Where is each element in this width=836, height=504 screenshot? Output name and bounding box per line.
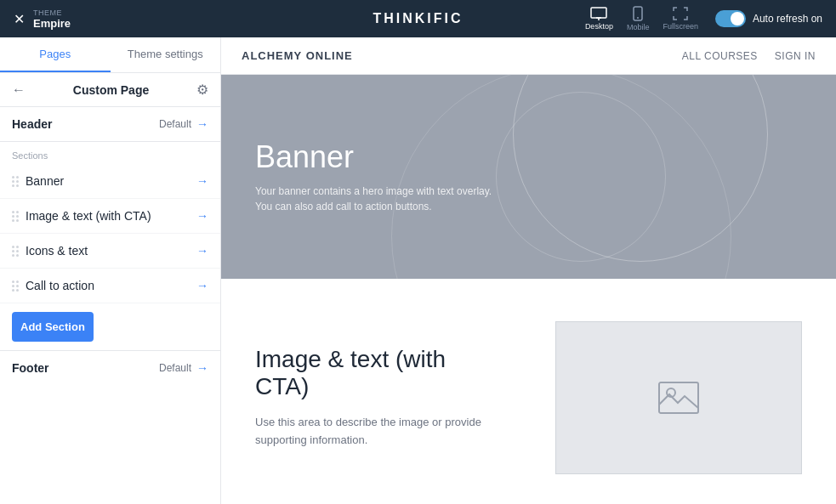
main-layout: Pages Theme settings ← Custom Page ⚙ Hea…: [0, 37, 836, 504]
header-default-badge: Default: [159, 118, 191, 130]
close-button[interactable]: ✕: [14, 11, 25, 27]
drag-handle-icon: [12, 211, 19, 222]
fullscreen-icon[interactable]: Fullscreen: [663, 7, 698, 31]
section-call-to-action[interactable]: Call to action →: [0, 269, 220, 303]
section-image-text-arrow: →: [196, 209, 208, 223]
image-text-title: Image & text (with CTA): [255, 346, 504, 400]
auto-refresh-toggle[interactable]: [715, 10, 746, 27]
svg-point-4: [637, 17, 639, 19]
desktop-label: Desktop: [585, 22, 613, 31]
nav-all-courses: ALL COURSES: [682, 50, 758, 62]
image-text-content: Image & text (with CTA) Use this area to…: [255, 346, 504, 450]
section-cta-left: Call to action: [12, 279, 94, 292]
preview-area: ALCHEMY ONLINE ALL COURSES SIGN IN Banne…: [221, 37, 836, 504]
image-placeholder-icon: [657, 381, 700, 415]
footer-section-item[interactable]: Footer Default →: [0, 350, 220, 385]
section-banner-label: Banner: [26, 174, 64, 188]
banner-description: Your banner contains a hero image with t…: [255, 184, 510, 214]
sidebar-content: ← Custom Page ⚙ Header Default → Section…: [0, 73, 220, 504]
banner-content: Banner Your banner contains a hero image…: [255, 139, 510, 214]
preview-site-header: ALCHEMY ONLINE ALL COURSES SIGN IN: [221, 37, 836, 75]
section-icons-text-arrow: →: [196, 244, 208, 258]
drag-handle-icon: [12, 176, 19, 187]
mobile-icon[interactable]: Mobile: [627, 6, 650, 31]
sections-label: Sections: [0, 142, 220, 164]
theme-info: THEME Empire: [33, 8, 71, 30]
footer-default-badge: Default: [159, 362, 191, 374]
sidebar: Pages Theme settings ← Custom Page ⚙ Hea…: [0, 37, 221, 504]
section-image-text-label: Image & text (with CTA): [26, 209, 151, 223]
section-icons-text-left: Icons & text: [12, 244, 88, 258]
theme-label: THEME: [33, 8, 71, 17]
section-icons-text[interactable]: Icons & text →: [0, 234, 220, 269]
image-text-description: Use this area to describe the image or p…: [255, 414, 493, 450]
header-label: Header: [12, 117, 52, 131]
gear-icon[interactable]: ⚙: [196, 82, 208, 98]
preview-site-nav: ALL COURSES SIGN IN: [682, 50, 816, 62]
sidebar-tabs: Pages Theme settings: [0, 37, 220, 73]
section-cta-label: Call to action: [26, 279, 94, 292]
drag-handle-icon: [12, 280, 19, 292]
banner-preview: Banner Your banner contains a hero image…: [221, 75, 836, 279]
theme-name: Empire: [33, 17, 71, 30]
section-banner-left: Banner: [12, 174, 64, 188]
nav-right: Desktop Mobile Fullscreen Auto refresh o…: [585, 6, 822, 31]
site-name: ALCHEMY ONLINE: [242, 49, 353, 62]
footer-label: Footer: [12, 361, 49, 375]
section-icons-text-label: Icons & text: [26, 244, 88, 258]
page-title: Custom Page: [73, 83, 149, 97]
nav-left: ✕ THEME Empire: [14, 8, 71, 30]
section-banner[interactable]: Banner →: [0, 164, 220, 199]
top-nav: ✕ THEME Empire THINKIFIC Desktop Mobile …: [0, 0, 836, 37]
header-section-item[interactable]: Header Default →: [0, 107, 220, 142]
svg-rect-0: [591, 8, 606, 18]
site-logo: THINKIFIC: [373, 11, 463, 26]
banner-title: Banner: [255, 139, 510, 175]
image-text-preview: Image & text (with CTA) Use this area to…: [221, 279, 836, 504]
back-button[interactable]: ←: [12, 82, 26, 98]
footer-arrow-icon: →: [196, 361, 208, 375]
image-placeholder: [555, 321, 802, 474]
tab-theme-settings[interactable]: Theme settings: [111, 37, 221, 72]
desktop-icon[interactable]: Desktop: [585, 7, 613, 31]
device-icons: Desktop Mobile Fullscreen: [585, 6, 698, 31]
section-image-text[interactable]: Image & text (with CTA) →: [0, 199, 220, 234]
mobile-label: Mobile: [627, 23, 650, 31]
auto-refresh-label: Auto refresh on: [753, 13, 822, 25]
auto-refresh: Auto refresh on: [715, 10, 822, 27]
drag-handle-icon: [12, 246, 19, 257]
nav-sign-in: SIGN IN: [775, 50, 816, 62]
header-right: Default →: [159, 117, 208, 131]
tab-pages[interactable]: Pages: [0, 37, 111, 72]
footer-right: Default →: [159, 361, 208, 375]
add-section-button[interactable]: Add Section: [12, 312, 94, 342]
section-banner-arrow: →: [196, 174, 208, 188]
section-cta-arrow: →: [196, 279, 208, 292]
page-header: ← Custom Page ⚙: [0, 73, 220, 107]
header-arrow-icon: →: [196, 117, 208, 131]
section-image-text-left: Image & text (with CTA): [12, 209, 151, 223]
fullscreen-label: Fullscreen: [663, 22, 698, 31]
